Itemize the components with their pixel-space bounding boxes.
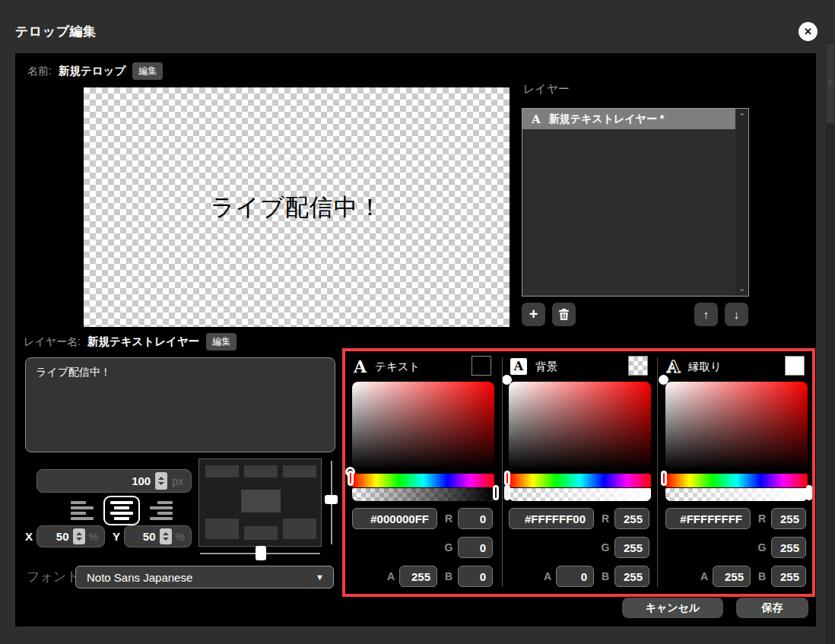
g-label: G	[600, 541, 611, 554]
name-row: 名前: 新規テロップ 編集	[27, 62, 163, 80]
layer-item-name: 新規テキストレイヤー *	[549, 113, 665, 126]
b-label: B	[757, 570, 767, 582]
background-a-input[interactable]: 0	[556, 566, 594, 587]
background-b-input[interactable]: 255	[614, 566, 649, 587]
horizontal-slider-thumb[interactable]	[256, 546, 266, 560]
a-label: A	[542, 570, 553, 582]
background-alpha-slider[interactable]	[509, 488, 651, 501]
outline-alpha-slider[interactable]	[665, 488, 808, 501]
layer-name-row: レイヤー名: 新規テキストレイヤー 編集	[24, 333, 237, 351]
text-layer-icon: A	[532, 113, 541, 126]
text-color-swatch[interactable]	[471, 356, 491, 376]
y-label: Y	[113, 530, 120, 543]
outline-r-input[interactable]: 255	[771, 508, 806, 529]
outline-hue-thumb[interactable]	[661, 471, 667, 486]
text-a-input[interactable]: 255	[399, 566, 437, 587]
plus-icon: +	[529, 306, 538, 323]
telop-name-value: 新規テロップ	[59, 64, 125, 78]
outline-g-input[interactable]: 255	[771, 537, 806, 558]
name-label: 名前:	[27, 65, 52, 78]
background-sv-thumb[interactable]	[502, 375, 512, 385]
y-position-stepper[interactable]	[160, 528, 172, 544]
y-position-input[interactable]: 50 %	[124, 525, 192, 547]
dialog-title: テロップ編集	[15, 23, 97, 40]
outline-sv-thumb[interactable]	[659, 375, 668, 385]
move-layer-up-button[interactable]: ↑	[694, 303, 718, 326]
layer-list[interactable]: A 新規テキストレイヤー * ⌃ ⌄	[522, 108, 749, 297]
text-r-input[interactable]: 0	[458, 508, 493, 529]
close-icon: ✕	[804, 26, 812, 37]
text-g-input[interactable]: 0	[458, 537, 493, 558]
picker-label-outline: 縁取り	[688, 360, 722, 374]
outline-hex-input[interactable]: #FFFFFFFF	[665, 508, 751, 529]
layer-list-item-selected[interactable]: A 新規テキストレイヤー *	[522, 109, 735, 129]
r-label: R	[443, 512, 454, 525]
outline-sv-gradient[interactable]	[665, 382, 808, 470]
background-sv-gradient[interactable]	[509, 382, 651, 470]
g-label: G	[757, 541, 767, 554]
a-label: A	[386, 570, 396, 582]
picker-label-text: テキスト	[375, 360, 420, 374]
background-hue-thumb[interactable]	[504, 471, 510, 486]
font-select[interactable]: Noto Sans Japanese ▼	[75, 566, 334, 588]
move-layer-down-button[interactable]: ↓	[725, 303, 748, 326]
cancel-button[interactable]: キャンセル	[622, 598, 723, 618]
outline-color-icon: A	[667, 358, 680, 375]
color-picker-background: A 背景 #FFFFFF00 R 255 G 255 A 0 B 255	[509, 356, 651, 593]
align-center-button[interactable]	[103, 496, 140, 525]
dialog-scrollbar-thumb[interactable]	[827, 43, 834, 123]
add-layer-button[interactable]: +	[522, 303, 545, 326]
background-hex-input[interactable]: #FFFFFF00	[509, 508, 594, 529]
font-size-unit: px	[172, 475, 183, 487]
vertical-slider-thumb[interactable]	[325, 495, 338, 504]
layer-text-input[interactable]: ライブ配信中！	[25, 357, 335, 452]
layers-label: レイヤー	[523, 82, 570, 97]
chevron-down-icon: ▼	[316, 573, 333, 582]
picker-divider	[502, 357, 503, 587]
delete-layer-button[interactable]	[552, 303, 576, 326]
layer-name-value: 新規テキストレイヤー	[87, 335, 199, 349]
background-color-icon: A	[510, 358, 527, 375]
outline-hue-slider[interactable]	[665, 474, 808, 487]
r-label: R	[757, 512, 767, 525]
edit-layer-name-button[interactable]: 編集	[206, 333, 237, 351]
text-hue-thumb[interactable]	[348, 471, 354, 486]
y-position-unit: %	[176, 531, 185, 543]
text-sv-gradient[interactable]	[352, 382, 494, 470]
text-hue-slider[interactable]	[352, 474, 494, 487]
a-label: A	[699, 570, 710, 582]
font-size-stepper[interactable]	[155, 472, 167, 490]
telop-preview-canvas[interactable]: ライブ配信中！	[84, 87, 510, 327]
background-g-input[interactable]: 255	[614, 537, 649, 558]
close-button[interactable]: ✕	[798, 22, 818, 41]
picker-divider	[657, 357, 658, 587]
arrow-up-icon: ↑	[703, 308, 710, 321]
outline-alpha-thumb[interactable]	[806, 485, 812, 500]
text-hex-input[interactable]: #000000FF	[352, 508, 437, 529]
text-alpha-slider[interactable]	[352, 488, 494, 501]
edit-name-button[interactable]: 編集	[132, 62, 163, 80]
x-position-input[interactable]: 50 %	[37, 525, 105, 547]
text-alpha-thumb[interactable]	[493, 485, 499, 500]
layer-list-scrollbar[interactable]: ⌃ ⌄	[735, 109, 748, 296]
font-size-input[interactable]: 100 px	[37, 469, 192, 493]
outline-color-swatch[interactable]	[785, 356, 805, 376]
dialog-scrollbar[interactable]	[826, 42, 835, 644]
scroll-up-icon[interactable]: ⌃	[735, 109, 748, 123]
save-button[interactable]: 保存	[736, 598, 808, 618]
outline-b-input[interactable]: 255	[771, 566, 806, 587]
outline-a-input[interactable]: 255	[713, 566, 751, 587]
background-color-swatch[interactable]	[628, 356, 648, 376]
picker-label-background: 背景	[535, 360, 557, 374]
background-r-input[interactable]: 255	[614, 508, 649, 529]
position-layout-preview[interactable]	[198, 458, 322, 547]
align-center-icon	[110, 501, 134, 520]
background-hue-slider[interactable]	[509, 474, 651, 487]
align-right-button[interactable]	[148, 501, 173, 520]
scroll-down-icon[interactable]: ⌄	[735, 281, 748, 295]
x-position-stepper[interactable]	[73, 528, 85, 544]
align-left-button[interactable]	[71, 501, 95, 520]
background-alpha-thumb[interactable]	[504, 485, 510, 500]
text-align-group	[71, 496, 173, 525]
text-b-input[interactable]: 0	[458, 566, 493, 587]
